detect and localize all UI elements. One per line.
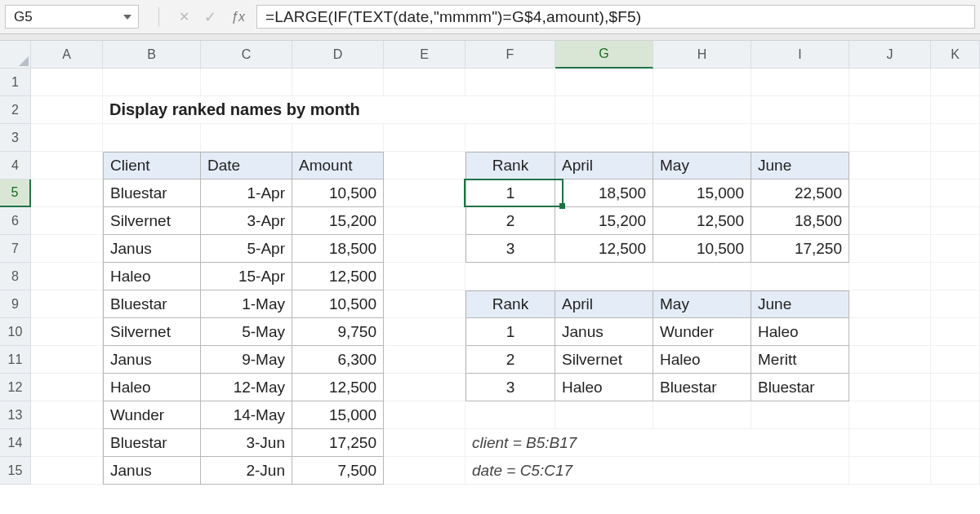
cell[interactable] (931, 457, 980, 485)
col-header-F[interactable]: F (466, 41, 555, 69)
table1-cell[interactable]: 7,500 (292, 457, 384, 485)
cell[interactable] (31, 263, 103, 290)
cell[interactable] (751, 69, 849, 96)
cell[interactable] (931, 207, 980, 235)
table2-header-june[interactable]: June (751, 152, 849, 179)
cell[interactable] (849, 346, 931, 374)
cell[interactable] (31, 374, 103, 401)
cell[interactable] (466, 124, 555, 152)
cell[interactable] (931, 263, 980, 290)
cancel-icon[interactable]: ✕ (179, 9, 189, 24)
row-header-14[interactable]: 14 (0, 429, 31, 457)
cell[interactable] (384, 290, 466, 318)
cell[interactable] (31, 235, 103, 263)
cell[interactable] (384, 374, 466, 401)
cell[interactable] (555, 69, 653, 96)
table3-header-rank[interactable]: Rank (466, 290, 555, 318)
table1-cell[interactable]: 15,000 (292, 401, 384, 429)
col-header-H[interactable]: H (653, 41, 751, 69)
cell[interactable] (849, 235, 931, 263)
col-header-K[interactable]: K (931, 41, 980, 69)
cell[interactable] (555, 263, 653, 290)
table1-cell[interactable]: Wunder (103, 401, 201, 429)
cell[interactable] (931, 318, 980, 346)
cell[interactable] (931, 152, 980, 179)
table2-header-may[interactable]: May (653, 152, 751, 179)
cell[interactable] (849, 179, 931, 207)
table1-header-date[interactable]: Date (201, 152, 292, 179)
cell[interactable] (103, 124, 201, 152)
row-header-2[interactable]: 2 (0, 96, 31, 124)
cell[interactable] (31, 457, 103, 485)
table1-cell[interactable]: 10,500 (292, 290, 384, 318)
cell[interactable] (931, 401, 980, 429)
cell[interactable] (384, 457, 466, 485)
cell[interactable] (931, 290, 980, 318)
cell[interactable] (931, 124, 980, 152)
table2-cell[interactable]: 2 (466, 207, 555, 235)
table1-cell[interactable]: 12,500 (292, 263, 384, 290)
table3-cell[interactable]: Haleo (751, 318, 849, 346)
row-header-12[interactable]: 12 (0, 374, 31, 401)
row-header-4[interactable]: 4 (0, 152, 31, 179)
cell[interactable] (849, 318, 931, 346)
cell[interactable] (931, 429, 980, 457)
table1-cell[interactable]: Janus (103, 346, 201, 374)
cell[interactable] (849, 374, 931, 401)
table3-header-may[interactable]: May (653, 290, 751, 318)
cell[interactable] (31, 124, 103, 152)
table1-cell[interactable]: 1-Apr (201, 179, 292, 207)
col-header-G[interactable]: G (555, 41, 653, 69)
fx-icon[interactable]: ƒx (231, 10, 245, 24)
chevron-down-icon[interactable] (123, 15, 131, 20)
cell[interactable] (384, 318, 466, 346)
table1-cell[interactable]: Haleo (103, 263, 201, 290)
table1-cell[interactable]: 18,500 (292, 235, 384, 263)
table1-cell[interactable]: 10,500 (292, 179, 384, 207)
col-header-D[interactable]: D (292, 41, 384, 69)
row-header-11[interactable]: 11 (0, 346, 31, 374)
table1-cell[interactable]: 3-Apr (201, 207, 292, 235)
cell[interactable] (931, 69, 980, 96)
cell[interactable] (384, 346, 466, 374)
cell[interactable] (31, 179, 103, 207)
table1-cell[interactable]: 12-May (201, 374, 292, 401)
cell[interactable] (384, 69, 466, 96)
cell[interactable] (751, 124, 849, 152)
spreadsheet-grid[interactable]: A B C D E F G H I J K 1 2 Display ranked… (0, 41, 980, 514)
cell[interactable] (31, 401, 103, 429)
table2-cell-active[interactable]: 18,500 (555, 179, 653, 207)
row-header-1[interactable]: 1 (0, 69, 31, 96)
table1-cell[interactable]: 3-Jun (201, 429, 292, 457)
row-header-15[interactable]: 15 (0, 457, 31, 485)
table1-header-amount[interactable]: Amount (292, 152, 384, 179)
col-header-E[interactable]: E (384, 41, 466, 69)
cell[interactable] (31, 318, 103, 346)
table1-cell[interactable]: 9,750 (292, 318, 384, 346)
cell[interactable] (466, 69, 555, 96)
table1-cell[interactable]: 6,300 (292, 346, 384, 374)
cell[interactable] (751, 401, 849, 429)
cell[interactable] (384, 401, 466, 429)
cell[interactable] (31, 207, 103, 235)
cell[interactable] (751, 96, 849, 124)
cell[interactable] (751, 263, 849, 290)
cell[interactable] (751, 457, 849, 485)
table3-header-june[interactable]: June (751, 290, 849, 318)
table1-cell[interactable]: 1-May (201, 290, 292, 318)
table3-cell[interactable]: Bluestar (751, 374, 849, 401)
cell[interactable] (384, 207, 466, 235)
cell[interactable] (931, 235, 980, 263)
row-header-13[interactable]: 13 (0, 401, 31, 429)
cell[interactable] (653, 69, 751, 96)
row-header-10[interactable]: 10 (0, 318, 31, 346)
name-box[interactable]: G5 (5, 5, 139, 29)
table3-cell[interactable]: 2 (466, 346, 555, 374)
cell[interactable] (653, 124, 751, 152)
cell[interactable] (201, 124, 292, 152)
row-header-9[interactable]: 9 (0, 290, 31, 318)
cell[interactable] (31, 96, 103, 124)
cell[interactable] (653, 96, 751, 124)
cell[interactable] (31, 290, 103, 318)
table2-header-april[interactable]: April (555, 152, 653, 179)
